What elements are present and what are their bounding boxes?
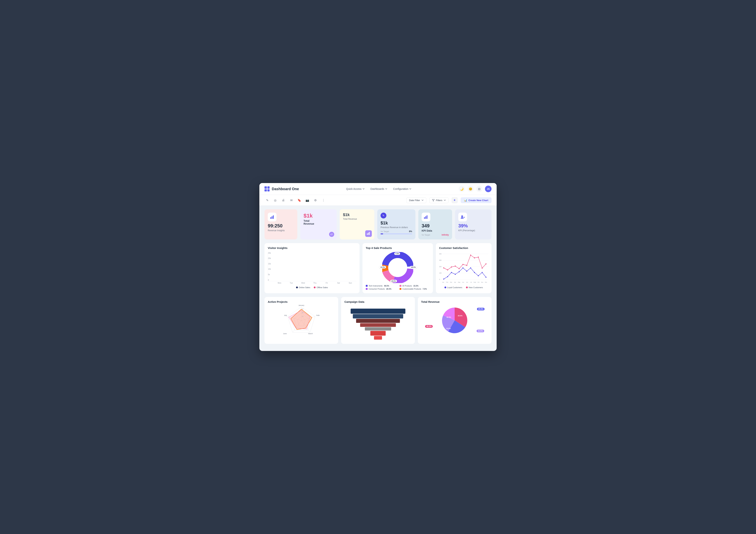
svg-text:May: May xyxy=(458,281,460,283)
filters-button[interactable]: Filters xyxy=(429,198,448,203)
svg-rect-76 xyxy=(360,323,396,327)
print-icon[interactable]: 🖨 xyxy=(281,198,286,203)
svg-point-40 xyxy=(474,257,475,258)
pie-label-15: 15.5% xyxy=(476,330,484,332)
sliders-icon[interactable]: ⚙ xyxy=(313,198,318,203)
svg-point-34 xyxy=(451,266,452,268)
target-icon[interactable]: ◎ xyxy=(273,198,278,203)
total-revenue-label-1: TotalRevenue xyxy=(304,219,334,225)
funnel-svg xyxy=(344,308,412,340)
filter-icon xyxy=(432,199,435,201)
svg-point-35 xyxy=(455,266,456,267)
layout-icon[interactable]: ⊟ xyxy=(476,186,482,192)
main-content: 99:250 Revenue Insights $1k TotalRevenue… xyxy=(259,206,497,347)
kpi-vs-pct: Infinity xyxy=(442,234,449,236)
kpi-pct-icon-box xyxy=(458,213,467,221)
svg-point-42 xyxy=(482,268,483,269)
svg-text:40.5%: 40.5% xyxy=(446,316,451,318)
edit-icon[interactable]: ✎ xyxy=(264,198,270,203)
customer-satisfaction-card: Customer Satisfaction 400 300 200 100 xyxy=(436,243,492,293)
svg-point-41 xyxy=(478,256,479,258)
donut-chart: 7.5% 15.5% 48.5% 28.5% xyxy=(382,252,413,283)
date-filter-dropdown[interactable]: Date Filter xyxy=(406,198,426,203)
line-chart: 400 300 200 100 0 xyxy=(439,252,488,285)
total-revenue-chart-card: Total Revenue 25.5% 40.5% xyxy=(418,297,492,344)
kpi-pct-value: 39% xyxy=(458,223,488,228)
kpi-card-previous-revenue: ✎ $1k Previous Revenue in dollars Vs Tar… xyxy=(377,209,416,239)
svg-rect-7 xyxy=(425,216,426,219)
chevron-down-icon xyxy=(421,199,424,201)
user-avatar[interactable]: JS xyxy=(485,186,492,192)
customer-satisfaction-title: Customer Satisfaction xyxy=(439,246,488,250)
svg-text:Feb: Feb xyxy=(446,281,448,283)
pie-svg: 25.5% 40.5% 15.5% xyxy=(438,305,471,335)
emoji-icon[interactable]: 😊 xyxy=(468,186,473,192)
total-revenue-chart-title: Total Revenue xyxy=(421,300,488,303)
svg-text:Nov: Nov xyxy=(481,281,483,283)
dashboards-nav[interactable]: Dashboards xyxy=(370,187,388,190)
svg-rect-78 xyxy=(370,331,386,335)
visitor-insights-card: Visitor Insights 25k 20k 15k 10k 5k 0 xyxy=(264,243,360,293)
visitor-insights-legend: Online Sales Offline Sales xyxy=(268,286,356,288)
svg-text:400: 400 xyxy=(439,253,442,255)
header-left: Dashboard One xyxy=(264,186,299,192)
charts-row-1: Visitor Insights 25k 20k 15k 10k 5k 0 xyxy=(264,243,492,293)
pie-label-40: 40.5% xyxy=(425,325,433,328)
vs-target-row: Vs Target 8% xyxy=(381,230,412,233)
top-sale-products-title: Top 4 Sale Products xyxy=(366,246,430,250)
line-chart-svg: 400 300 200 100 0 xyxy=(439,252,488,285)
svg-point-33 xyxy=(447,269,448,271)
svg-point-24 xyxy=(459,271,460,272)
svg-rect-75 xyxy=(356,319,400,323)
svg-point-31 xyxy=(485,277,486,278)
kpi-row: 99:250 Revenue Insights $1k TotalRevenue… xyxy=(264,209,492,239)
legend-consumer: Consumer Products 28.5% xyxy=(366,288,396,290)
total-revenue-value-1: $1k xyxy=(304,213,334,219)
toolbar: ✎ ◎ 🖨 ✉ 🔖 📷 ⚙ ⋮ Date Filter Filters ✦ 📊 … xyxy=(259,195,497,206)
kpi-vs-label: Vs Target xyxy=(421,234,430,236)
tag-icon: 🏷 xyxy=(329,232,334,237)
svg-point-30 xyxy=(482,272,483,273)
legend-offline-sales: Offline Sales xyxy=(314,286,328,288)
legend-new: New Customers xyxy=(466,286,483,288)
pie-label-25: 25.5% xyxy=(477,308,485,310)
svg-point-9 xyxy=(461,215,463,217)
svg-text:February: February xyxy=(316,314,320,316)
svg-text:Oct: Oct xyxy=(477,281,479,283)
ai-magic-icon[interactable]: ✦ xyxy=(451,197,458,203)
more-options-icon[interactable]: ⋮ xyxy=(321,198,326,203)
header-actions: 🌙 😊 ⊟ JS xyxy=(459,186,492,192)
svg-rect-6 xyxy=(424,217,425,219)
ai-dot xyxy=(399,285,401,287)
radar-svg: January February March June July 90 80 7… xyxy=(283,304,320,337)
bookmark-icon[interactable]: 🔖 xyxy=(297,198,302,203)
create-chart-button[interactable]: 📊 Create New Chart xyxy=(461,197,492,203)
svg-text:Apr: Apr xyxy=(454,281,456,283)
svg-text:Sept: Sept xyxy=(473,281,476,283)
total-revenue-label-2: Total Revenue xyxy=(343,218,371,220)
svg-point-36 xyxy=(459,268,460,269)
svg-text:300: 300 xyxy=(439,259,442,261)
svg-text:200: 200 xyxy=(439,266,442,268)
online-sales-dot xyxy=(296,286,298,288)
svg-rect-4 xyxy=(368,233,369,235)
kpi-pct-label: KPI (Percentage) xyxy=(458,229,488,232)
visitor-insights-chart: 25k 20k 15k 10k 5k 0 xyxy=(268,252,356,285)
kpi-data-icon-box xyxy=(421,213,430,221)
svg-rect-74 xyxy=(353,314,403,318)
message-icon[interactable]: ✉ xyxy=(288,198,294,203)
app-logo-icon[interactable] xyxy=(264,186,270,192)
svg-text:80: 80 xyxy=(302,312,303,313)
svg-text:90: 90 xyxy=(302,308,303,310)
configuration-nav[interactable]: Configuration xyxy=(393,187,411,190)
kpi-card-total-revenue-2: $1k Total Revenue xyxy=(340,209,374,239)
donut-label-consumer: 28.5% xyxy=(390,280,397,282)
svg-point-37 xyxy=(463,264,463,265)
svg-rect-0 xyxy=(270,217,271,219)
campaign-data-title: Campaign Data xyxy=(344,300,412,303)
dark-mode-icon[interactable]: 🌙 xyxy=(459,186,465,192)
camera-icon[interactable]: 📷 xyxy=(305,198,310,203)
legend-tech: Tech Instruments 48.5% xyxy=(366,285,396,287)
svg-rect-3 xyxy=(367,233,367,235)
quick-access-nav[interactable]: Quick Access xyxy=(346,187,365,190)
